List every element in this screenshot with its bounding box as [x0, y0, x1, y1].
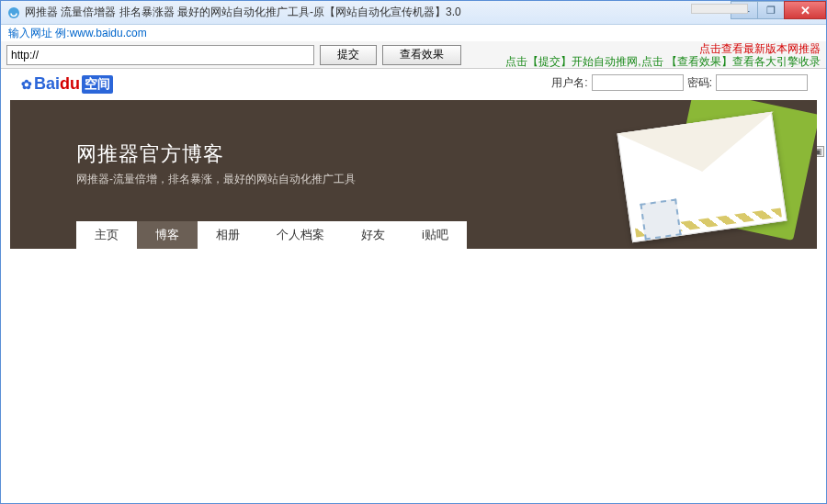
login-row: 用户名: 密码: [1, 69, 826, 93]
blog-nav: 主页博客相册个人档案好友i贴吧 [76, 221, 467, 249]
envelope-graphic: Baidu [606, 100, 817, 249]
usage-tip: 点击【提交】开始自动推网,点击 【查看效果】查看各大引擎收录 [505, 55, 821, 68]
browser-content: ✿ Baidu 空间 用户名: 密码: ▣ 网推器官方博客 网推器-流量倍增，排… [1, 69, 826, 503]
baidu-space-logo[interactable]: ✿ Baidu 空间 [21, 74, 113, 94]
window-title: 网推器 流量倍增器 排名暴涨器 最好的网站自动化推广工具-原【网站自动化宣传机器… [25, 5, 731, 20]
url-hint: 输入网址 例:www.baidu.com [1, 25, 826, 41]
submit-button[interactable]: 提交 [320, 45, 377, 65]
toolbar-right: 点击查看最新版本网推器 点击【提交】开始自动推网,点击 【查看效果】查看各大引擎… [505, 42, 821, 68]
nav-tab-3[interactable]: 个人档案 [258, 221, 343, 249]
password-label: 密码: [687, 75, 712, 91]
decoration-top [691, 4, 748, 14]
app-window: 网推器 流量倍增器 排名暴涨器 最好的网站自动化推广工具-原【网站自动化宣传机器… [0, 0, 827, 504]
nav-tab-4[interactable]: 好友 [343, 221, 403, 249]
banner-title: 网推器官方博客 [76, 140, 224, 168]
view-effect-button[interactable]: 查看效果 [382, 45, 461, 65]
paw-icon: ✿ [21, 77, 32, 92]
nav-tab-0[interactable]: 主页 [76, 221, 137, 249]
username-label: 用户名: [551, 75, 587, 91]
envelope-flap [617, 111, 780, 182]
logo-bai: Bai [34, 74, 60, 94]
logo-du: du [60, 74, 80, 94]
app-icon [6, 6, 21, 20]
blog-banner: 网推器官方博客 网推器-流量倍增，排名暴涨，最好的网站自动化推广工具 Baidu… [10, 100, 817, 249]
close-button[interactable]: ✕ [784, 1, 826, 19]
url-input[interactable] [6, 45, 314, 65]
username-input[interactable] [592, 74, 684, 91]
nav-tab-5[interactable]: i贴吧 [403, 221, 467, 249]
logo-space: 空间 [82, 75, 113, 94]
latest-version-link[interactable]: 点击查看最新版本网推器 [505, 42, 821, 55]
password-input[interactable] [716, 74, 808, 91]
nav-tab-2[interactable]: 相册 [198, 221, 258, 249]
toolbar: 提交 查看效果 点击查看最新版本网推器 点击【提交】开始自动推网,点击 【查看效… [1, 41, 826, 69]
nav-tab-1[interactable]: 博客 [137, 221, 198, 249]
banner-subtitle: 网推器-流量倍增，排名暴涨，最好的网站自动化推广工具 [76, 172, 356, 187]
maximize-button[interactable]: ❐ [757, 1, 785, 19]
stamp-icon [640, 198, 681, 240]
